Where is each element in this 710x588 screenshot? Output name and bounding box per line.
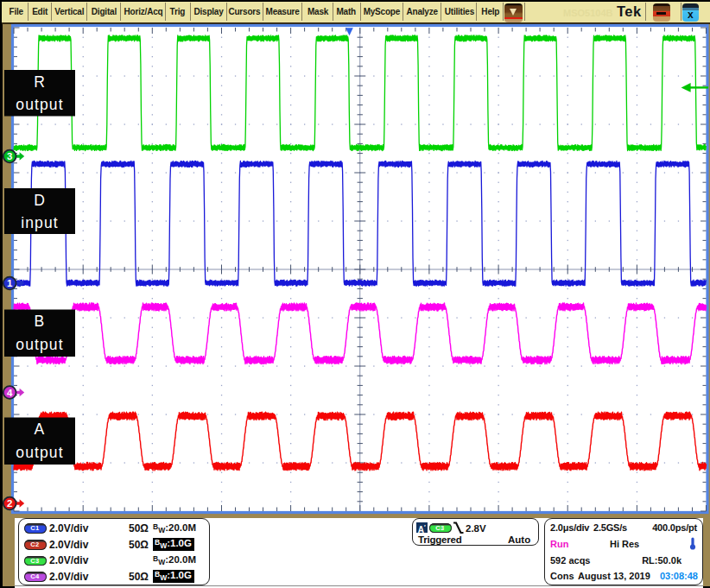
svg-text:4: 4 — [7, 388, 13, 398]
svg-text:D: D — [34, 192, 46, 209]
svg-text:output: output — [16, 444, 63, 461]
svg-text:1: 1 — [7, 278, 13, 288]
svg-text:B: B — [35, 313, 46, 330]
svg-text:output: output — [16, 336, 63, 353]
svg-text:A: A — [35, 420, 46, 438]
svg-text:R: R — [34, 73, 46, 91]
svg-text:3: 3 — [7, 151, 12, 161]
svg-text:input: input — [21, 214, 58, 231]
svg-text:output: output — [16, 96, 63, 113]
svg-text:2: 2 — [7, 498, 12, 509]
